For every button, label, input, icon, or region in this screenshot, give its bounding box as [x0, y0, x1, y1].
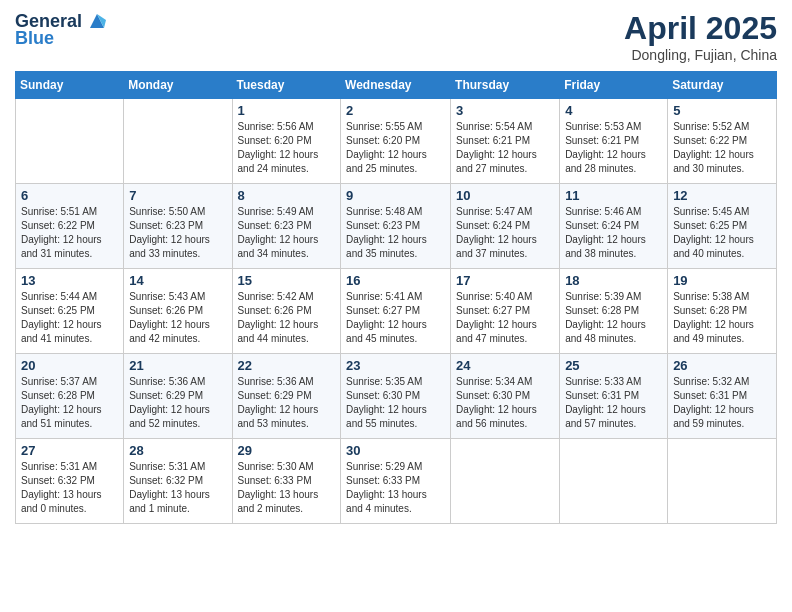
calendar-cell: 17Sunrise: 5:40 AMSunset: 6:27 PMDayligh…	[451, 269, 560, 354]
day-detail: Sunrise: 5:45 AMSunset: 6:25 PMDaylight:…	[673, 205, 771, 261]
weekday-header: Sunday	[16, 72, 124, 99]
calendar-title: April 2025	[624, 10, 777, 47]
day-detail: Sunrise: 5:38 AMSunset: 6:28 PMDaylight:…	[673, 290, 771, 346]
day-number: 30	[346, 443, 445, 458]
day-number: 29	[238, 443, 336, 458]
calendar-week-row: 1Sunrise: 5:56 AMSunset: 6:20 PMDaylight…	[16, 99, 777, 184]
day-detail: Sunrise: 5:42 AMSunset: 6:26 PMDaylight:…	[238, 290, 336, 346]
calendar-cell: 23Sunrise: 5:35 AMSunset: 6:30 PMDayligh…	[341, 354, 451, 439]
day-detail: Sunrise: 5:40 AMSunset: 6:27 PMDaylight:…	[456, 290, 554, 346]
calendar-subtitle: Dongling, Fujian, China	[624, 47, 777, 63]
calendar-cell: 10Sunrise: 5:47 AMSunset: 6:24 PMDayligh…	[451, 184, 560, 269]
calendar-cell: 9Sunrise: 5:48 AMSunset: 6:23 PMDaylight…	[341, 184, 451, 269]
day-detail: Sunrise: 5:51 AMSunset: 6:22 PMDaylight:…	[21, 205, 118, 261]
day-detail: Sunrise: 5:47 AMSunset: 6:24 PMDaylight:…	[456, 205, 554, 261]
day-number: 10	[456, 188, 554, 203]
calendar-cell: 20Sunrise: 5:37 AMSunset: 6:28 PMDayligh…	[16, 354, 124, 439]
calendar-cell: 6Sunrise: 5:51 AMSunset: 6:22 PMDaylight…	[16, 184, 124, 269]
day-detail: Sunrise: 5:29 AMSunset: 6:33 PMDaylight:…	[346, 460, 445, 516]
day-number: 24	[456, 358, 554, 373]
day-number: 13	[21, 273, 118, 288]
weekday-header: Monday	[124, 72, 232, 99]
calendar-cell: 21Sunrise: 5:36 AMSunset: 6:29 PMDayligh…	[124, 354, 232, 439]
calendar-cell: 27Sunrise: 5:31 AMSunset: 6:32 PMDayligh…	[16, 439, 124, 524]
calendar-cell: 28Sunrise: 5:31 AMSunset: 6:32 PMDayligh…	[124, 439, 232, 524]
day-detail: Sunrise: 5:49 AMSunset: 6:23 PMDaylight:…	[238, 205, 336, 261]
calendar-cell: 3Sunrise: 5:54 AMSunset: 6:21 PMDaylight…	[451, 99, 560, 184]
calendar-week-row: 27Sunrise: 5:31 AMSunset: 6:32 PMDayligh…	[16, 439, 777, 524]
calendar-cell	[668, 439, 777, 524]
day-number: 26	[673, 358, 771, 373]
day-number: 2	[346, 103, 445, 118]
day-detail: Sunrise: 5:33 AMSunset: 6:31 PMDaylight:…	[565, 375, 662, 431]
calendar-cell: 29Sunrise: 5:30 AMSunset: 6:33 PMDayligh…	[232, 439, 341, 524]
calendar-cell: 13Sunrise: 5:44 AMSunset: 6:25 PMDayligh…	[16, 269, 124, 354]
calendar-cell: 8Sunrise: 5:49 AMSunset: 6:23 PMDaylight…	[232, 184, 341, 269]
day-number: 7	[129, 188, 226, 203]
calendar-week-row: 20Sunrise: 5:37 AMSunset: 6:28 PMDayligh…	[16, 354, 777, 439]
day-detail: Sunrise: 5:31 AMSunset: 6:32 PMDaylight:…	[21, 460, 118, 516]
day-detail: Sunrise: 5:41 AMSunset: 6:27 PMDaylight:…	[346, 290, 445, 346]
calendar-cell: 5Sunrise: 5:52 AMSunset: 6:22 PMDaylight…	[668, 99, 777, 184]
calendar-cell: 24Sunrise: 5:34 AMSunset: 6:30 PMDayligh…	[451, 354, 560, 439]
day-detail: Sunrise: 5:34 AMSunset: 6:30 PMDaylight:…	[456, 375, 554, 431]
day-number: 19	[673, 273, 771, 288]
weekday-header: Tuesday	[232, 72, 341, 99]
day-number: 16	[346, 273, 445, 288]
day-detail: Sunrise: 5:55 AMSunset: 6:20 PMDaylight:…	[346, 120, 445, 176]
logo-blue-text: Blue	[15, 28, 54, 49]
day-number: 6	[21, 188, 118, 203]
day-number: 11	[565, 188, 662, 203]
day-number: 27	[21, 443, 118, 458]
day-detail: Sunrise: 5:52 AMSunset: 6:22 PMDaylight:…	[673, 120, 771, 176]
day-number: 4	[565, 103, 662, 118]
weekday-header: Wednesday	[341, 72, 451, 99]
calendar-cell: 7Sunrise: 5:50 AMSunset: 6:23 PMDaylight…	[124, 184, 232, 269]
day-detail: Sunrise: 5:39 AMSunset: 6:28 PMDaylight:…	[565, 290, 662, 346]
calendar-cell: 2Sunrise: 5:55 AMSunset: 6:20 PMDaylight…	[341, 99, 451, 184]
day-detail: Sunrise: 5:56 AMSunset: 6:20 PMDaylight:…	[238, 120, 336, 176]
day-detail: Sunrise: 5:32 AMSunset: 6:31 PMDaylight:…	[673, 375, 771, 431]
day-detail: Sunrise: 5:54 AMSunset: 6:21 PMDaylight:…	[456, 120, 554, 176]
day-detail: Sunrise: 5:37 AMSunset: 6:28 PMDaylight:…	[21, 375, 118, 431]
day-number: 20	[21, 358, 118, 373]
day-detail: Sunrise: 5:35 AMSunset: 6:30 PMDaylight:…	[346, 375, 445, 431]
day-number: 18	[565, 273, 662, 288]
day-number: 3	[456, 103, 554, 118]
day-detail: Sunrise: 5:36 AMSunset: 6:29 PMDaylight:…	[129, 375, 226, 431]
page-header: General Blue April 2025 Dongling, Fujian…	[15, 10, 777, 63]
calendar-week-row: 13Sunrise: 5:44 AMSunset: 6:25 PMDayligh…	[16, 269, 777, 354]
day-detail: Sunrise: 5:46 AMSunset: 6:24 PMDaylight:…	[565, 205, 662, 261]
day-detail: Sunrise: 5:50 AMSunset: 6:23 PMDaylight:…	[129, 205, 226, 261]
calendar-cell: 1Sunrise: 5:56 AMSunset: 6:20 PMDaylight…	[232, 99, 341, 184]
day-number: 23	[346, 358, 445, 373]
calendar-table: SundayMondayTuesdayWednesdayThursdayFrid…	[15, 71, 777, 524]
calendar-cell: 15Sunrise: 5:42 AMSunset: 6:26 PMDayligh…	[232, 269, 341, 354]
day-detail: Sunrise: 5:36 AMSunset: 6:29 PMDaylight:…	[238, 375, 336, 431]
calendar-week-row: 6Sunrise: 5:51 AMSunset: 6:22 PMDaylight…	[16, 184, 777, 269]
day-number: 5	[673, 103, 771, 118]
weekday-header: Friday	[560, 72, 668, 99]
day-number: 25	[565, 358, 662, 373]
day-number: 1	[238, 103, 336, 118]
day-number: 9	[346, 188, 445, 203]
calendar-cell: 12Sunrise: 5:45 AMSunset: 6:25 PMDayligh…	[668, 184, 777, 269]
day-detail: Sunrise: 5:43 AMSunset: 6:26 PMDaylight:…	[129, 290, 226, 346]
weekday-header: Saturday	[668, 72, 777, 99]
calendar-cell: 11Sunrise: 5:46 AMSunset: 6:24 PMDayligh…	[560, 184, 668, 269]
calendar-cell: 4Sunrise: 5:53 AMSunset: 6:21 PMDaylight…	[560, 99, 668, 184]
calendar-cell: 30Sunrise: 5:29 AMSunset: 6:33 PMDayligh…	[341, 439, 451, 524]
day-number: 21	[129, 358, 226, 373]
calendar-cell: 18Sunrise: 5:39 AMSunset: 6:28 PMDayligh…	[560, 269, 668, 354]
day-number: 22	[238, 358, 336, 373]
calendar-cell: 22Sunrise: 5:36 AMSunset: 6:29 PMDayligh…	[232, 354, 341, 439]
calendar-cell	[124, 99, 232, 184]
title-area: April 2025 Dongling, Fujian, China	[624, 10, 777, 63]
day-detail: Sunrise: 5:30 AMSunset: 6:33 PMDaylight:…	[238, 460, 336, 516]
day-detail: Sunrise: 5:31 AMSunset: 6:32 PMDaylight:…	[129, 460, 226, 516]
day-detail: Sunrise: 5:48 AMSunset: 6:23 PMDaylight:…	[346, 205, 445, 261]
day-number: 28	[129, 443, 226, 458]
day-number: 12	[673, 188, 771, 203]
day-number: 8	[238, 188, 336, 203]
calendar-cell	[560, 439, 668, 524]
